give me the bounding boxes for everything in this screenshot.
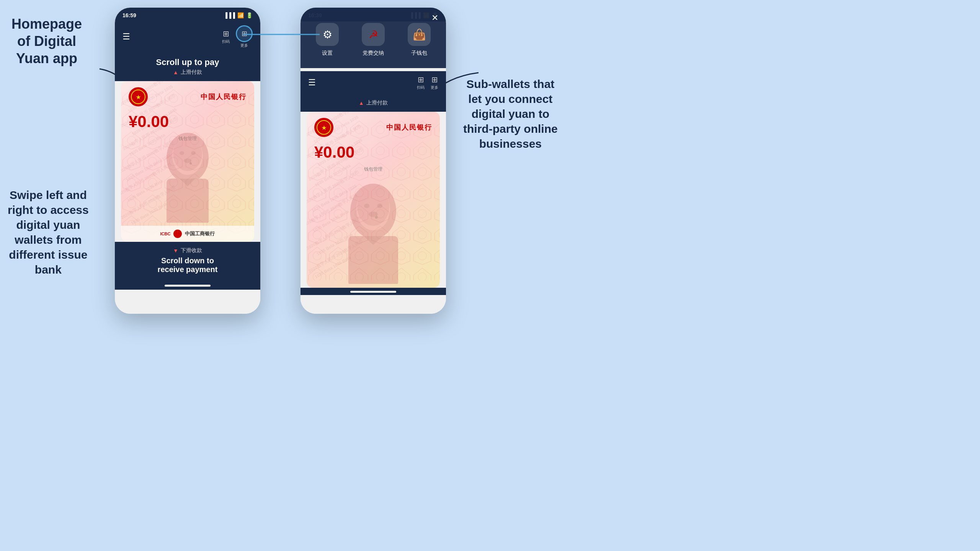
- phone-1: 16:59 ▐▐▐ 📶 🔋 ☰ ⊞ 扫码 ⊞ 更多: [115, 8, 260, 314]
- phone2-home-indicator: [301, 288, 446, 295]
- phone1-status-icons: ▐▐▐ 📶 🔋: [224, 12, 253, 18]
- svg-rect-16: [121, 88, 254, 235]
- phone1-nav: ☰ ⊞ 扫码 ⊞ 更多: [115, 21, 260, 52]
- phone1-battery-icon: 🔋: [246, 12, 253, 18]
- phone2-party-item[interactable]: ☭ 党费交纳: [362, 23, 385, 57]
- phone1-wifi-icon: 📶: [237, 12, 244, 18]
- phone2-dropdown: ✕ ⚙ 设置 ☭ 党费交纳 👜: [301, 8, 446, 68]
- phone2-close-icon[interactable]: ✕: [431, 13, 438, 23]
- phone1-home-indicator: [115, 282, 260, 290]
- phone1-pay-section: Scroll up to pay ▲ 上滑付款: [115, 52, 260, 81]
- phone1-receive-section: ▼ 下滑收款 Scroll down toreceive payment: [115, 242, 260, 282]
- svg-rect-30: [307, 119, 440, 280]
- phone2-more-group[interactable]: ⊞ 更多: [431, 75, 438, 90]
- phone2-subwallet-item[interactable]: 👜 子钱包: [408, 23, 431, 57]
- phone1-home-bar: [165, 285, 211, 287]
- phone2-pay-section: ▲ 上滑付款: [301, 94, 446, 112]
- phone2-scan-group[interactable]: ⊞ 扫码: [417, 75, 425, 90]
- phone2-settings-label: 设置: [322, 50, 333, 57]
- phone1-bank-logo: ICBC: [160, 231, 171, 236]
- phone2-currency-card[interactable]: 2020数字人民币 2020数字人民币 2020 1035 Beta 1035 …: [307, 112, 440, 288]
- phone1-bank-footer: ICBC 中国工商银行: [121, 226, 254, 242]
- annotation-swipe: Swipe left andright to accessdigital yua…: [8, 187, 89, 277]
- phone1-currency-card[interactable]: 2020数字人民币 2020数字人民币 2020 1035 Beta 1035 …: [121, 81, 254, 242]
- phone2-party-label: 党费交纳: [363, 50, 384, 57]
- phone1-menu-icon[interactable]: ☰: [122, 32, 130, 42]
- phone2-home-bar: [350, 291, 396, 293]
- phone1-receive-title: Scroll down toreceive payment: [122, 254, 253, 276]
- phone2-nav: ☰ ⊞ 扫码 ⊞ 更多: [301, 71, 446, 94]
- annotation-homepage: Homepageof DigitalYuan app: [11, 15, 82, 67]
- phone2-subwallet-label: 子钱包: [411, 50, 427, 57]
- phone1-scan-group[interactable]: ⊞ 扫码: [222, 29, 230, 44]
- phone2-dropdown-items: ⚙ 设置 ☭ 党费交纳 👜 子钱包: [301, 15, 446, 60]
- phone1-geo-pattern: [121, 81, 254, 242]
- phone1-pay-subtitle: ▲ 上滑付款: [122, 69, 253, 76]
- phone1-pay-title: Scroll up to pay: [122, 57, 253, 67]
- connection-line: [243, 25, 320, 44]
- phone-2: 16:39 ▐▐▐ 📶 🔋 ✕ ⚙ 设置 ☭: [301, 8, 446, 314]
- phone2-party-icon-box: ☭: [362, 23, 385, 46]
- phone1-signal-icon: ▐▐▐: [224, 12, 235, 18]
- phone1-receive-subtitle: ▼ 下滑收款: [122, 247, 253, 254]
- phone2-geo-pattern: [307, 112, 440, 288]
- phone1-bank-name: 中国工商银行: [185, 230, 215, 237]
- phone2-menu-icon[interactable]: ☰: [308, 78, 316, 88]
- phone1-time: 16:59: [122, 12, 136, 18]
- phone2-subwallet-icon-box: 👜: [408, 23, 431, 46]
- phone2-pay-subtitle: ▲ 上滑付款: [308, 99, 438, 106]
- phone1-status-bar: 16:59 ▐▐▐ 📶 🔋: [115, 8, 260, 21]
